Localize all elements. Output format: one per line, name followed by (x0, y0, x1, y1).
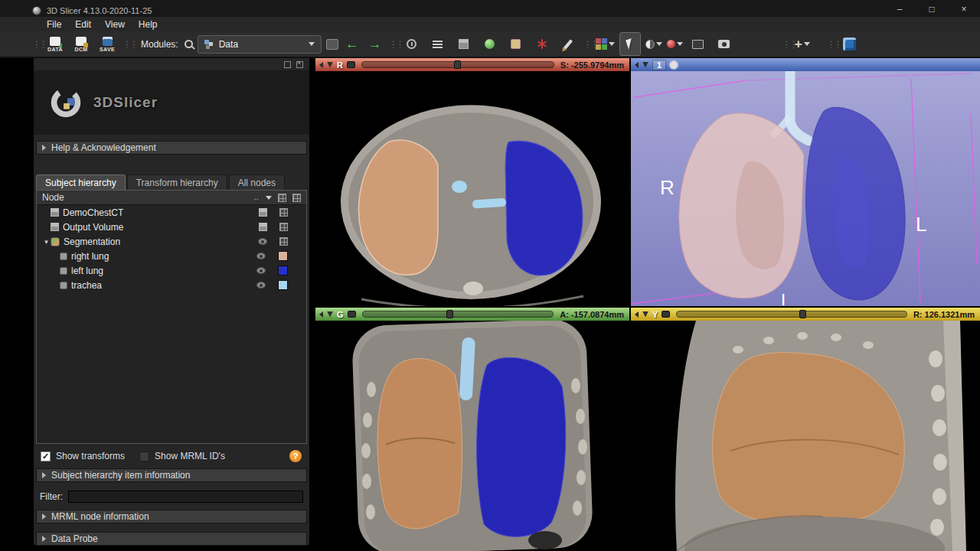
tree-row-left-lung[interactable]: left lung (37, 263, 306, 278)
panel-close-icon[interactable] (296, 61, 303, 68)
collapse-icon[interactable] (635, 62, 639, 68)
module-back-button[interactable]: ← (343, 35, 361, 54)
save-button[interactable]: SAVE (96, 32, 118, 56)
tree-header-node: Node (42, 192, 64, 203)
mouse-interaction-button[interactable] (619, 32, 641, 56)
data-probe-section[interactable]: Data Probe (36, 532, 307, 546)
chevron-down-icon[interactable] (266, 196, 272, 200)
menu-help[interactable]: Help (132, 19, 165, 30)
orientation-label-l: L (916, 213, 926, 236)
models-button[interactable] (479, 32, 501, 56)
help-question-icon[interactable]: ? (289, 450, 302, 462)
filter-input[interactable] (68, 491, 303, 503)
segment-color-swatch[interactable] (278, 280, 288, 290)
toolbar-grip-icon[interactable]: ⋮⋮ (583, 39, 591, 50)
toolbar-grip-icon[interactable]: ⋮⋮ (389, 39, 397, 50)
visibility-eye-icon[interactable] (256, 282, 266, 289)
help-acknowledgement-section[interactable]: Help & Acknowledgement (36, 141, 307, 155)
slice-visibility-icon[interactable] (662, 311, 670, 318)
pin-icon[interactable] (327, 62, 333, 68)
toolbar-grip-icon[interactable]: ⋮⋮ (827, 39, 835, 50)
threed-view[interactable]: R L I (631, 71, 980, 306)
header-dots-icon[interactable]: ‥ (253, 194, 260, 201)
layout-selector[interactable] (596, 38, 615, 50)
pin-icon[interactable] (642, 62, 648, 68)
markups-button[interactable] (427, 32, 449, 56)
item-information-section[interactable]: Subject hierarchy item information (36, 468, 307, 482)
load-data-button[interactable]: DATA (44, 32, 66, 56)
header-grid-icon[interactable] (278, 194, 286, 202)
tab-all-nodes[interactable]: All nodes (229, 174, 285, 190)
menu-view[interactable]: View (98, 19, 132, 30)
green-slice-offset-slider[interactable] (362, 311, 554, 318)
module-selector[interactable]: Data (198, 35, 322, 54)
yellow-slice-view[interactable] (631, 321, 980, 551)
pin-icon[interactable] (642, 311, 648, 318)
module-panel-toggle-icon[interactable] (326, 39, 338, 50)
red-slice-view[interactable] (315, 71, 629, 306)
module-forward-button[interactable]: → (366, 35, 384, 54)
visibility-eye-icon[interactable] (256, 253, 266, 259)
header-grid-icon[interactable] (292, 194, 301, 202)
toolbar-grip-icon[interactable]: ⋮⋮ (32, 39, 40, 50)
tree-row-output-volume[interactable]: Output Volume (37, 220, 306, 234)
extensions-manager-button[interactable] (839, 32, 861, 56)
volume-rendering-button[interactable] (453, 32, 475, 56)
screenshot-button[interactable] (714, 32, 735, 56)
fiducial-point-icon (667, 40, 675, 48)
crosshair-selector[interactable]: + (795, 39, 810, 50)
slider-handle[interactable] (454, 60, 461, 69)
transforms-button[interactable] (505, 32, 527, 56)
tree-row-segmentation[interactable]: ▾ Segmentation (37, 234, 306, 249)
segment-color-swatch[interactable] (278, 266, 288, 276)
minimize-button[interactable]: – (884, 3, 916, 15)
window-level-selector[interactable] (645, 40, 662, 49)
toolbar-grip-icon[interactable]: ⋮⋮ (122, 39, 130, 50)
annotations-star-icon (537, 39, 547, 49)
place-point-selector[interactable] (667, 40, 683, 48)
slider-handle[interactable] (446, 310, 453, 318)
show-transforms-checkbox[interactable]: ✓ (41, 452, 51, 461)
tree-row-trachea[interactable]: trachea (37, 278, 306, 292)
module-search-icon[interactable] (185, 40, 193, 48)
main-toolbar: ⋮⋮ DATA DCM SAVE ⋮⋮ Modules: Data ← → ⋮⋮… (0, 31, 980, 58)
menu-file[interactable]: File (40, 19, 68, 30)
maximize-button[interactable]: □ (916, 3, 948, 15)
dicom-button[interactable]: DCM (70, 32, 92, 56)
volume-rendering-toggle-icon[interactable] (259, 208, 267, 217)
tree-row-right-lung[interactable]: right lung (37, 249, 306, 263)
visibility-eye-icon[interactable] (256, 267, 266, 274)
collapse-icon[interactable] (319, 62, 323, 68)
visibility-eye-icon[interactable] (258, 238, 267, 245)
show-mrml-ids-checkbox[interactable] (139, 452, 149, 461)
collapse-icon[interactable] (635, 311, 639, 318)
slider-handle[interactable] (799, 310, 806, 318)
table-view-icon[interactable] (279, 223, 288, 231)
panel-float-icon[interactable] (284, 61, 291, 68)
slice-visibility-icon[interactable] (347, 61, 355, 68)
segment-color-swatch[interactable] (278, 251, 288, 261)
red-slice-offset-slider[interactable] (361, 61, 554, 68)
expander-icon[interactable]: ▾ (42, 238, 51, 246)
capture-view-button[interactable] (688, 32, 709, 56)
volume-rendering-toggle-icon[interactable] (259, 223, 267, 231)
tab-subject-hierarchy[interactable]: Subject hierarchy (36, 174, 126, 190)
yellow-slice-offset-slider[interactable] (676, 311, 907, 318)
module-history-button[interactable] (401, 32, 423, 56)
segment-editor-button[interactable] (557, 32, 579, 56)
annotations-button[interactable] (531, 32, 553, 56)
table-view-icon[interactable] (279, 237, 288, 246)
close-button[interactable]: × (948, 3, 980, 15)
slice-visibility-icon[interactable] (348, 311, 356, 318)
toolbar-grip-icon[interactable]: ⋮⋮ (782, 39, 790, 50)
pin-icon[interactable] (327, 311, 333, 318)
collapse-icon[interactable] (319, 311, 323, 318)
tree-row-demochestct[interactable]: DemoChestCT (37, 205, 306, 220)
menu-edit[interactable]: Edit (68, 19, 98, 30)
mrml-node-information-section[interactable]: MRML node information (36, 510, 307, 523)
view-options-icon[interactable] (670, 61, 678, 69)
red-slice-controller: R S: -255.9794mm (315, 58, 629, 71)
table-view-icon[interactable] (279, 208, 288, 217)
tab-transform-hierarchy[interactable]: Transform hierarchy (127, 174, 227, 190)
green-slice-view[interactable] (315, 321, 629, 551)
